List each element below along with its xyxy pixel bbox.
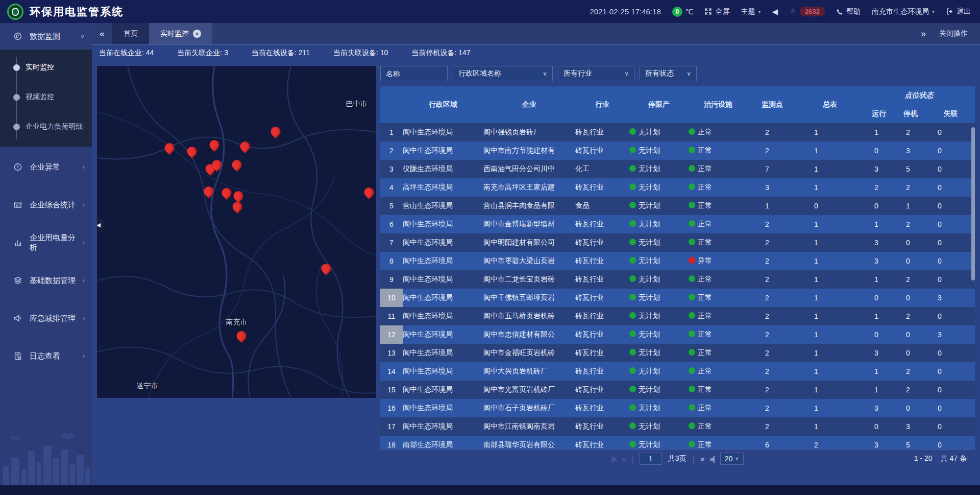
sidebar-item-log-view[interactable]: 日志查看 ‹ xyxy=(0,343,92,369)
col-industry: 行业 xyxy=(575,86,629,123)
stop-production-cell: 无计划 xyxy=(629,197,689,215)
map[interactable]: ◀ 巴中市南充市遂宁市 xyxy=(97,66,376,398)
running-cell: 3 xyxy=(863,252,895,270)
treatment-status-cell: 正常 xyxy=(689,160,748,178)
company-cell: 阆中大兴页岩机砖厂 xyxy=(483,362,575,381)
sidebar-item-data-monitor[interactable]: 数据监测 ∨ xyxy=(0,23,92,50)
page-size-select[interactable]: 20∨ xyxy=(720,453,744,465)
table-row[interactable]: 13阆中生态环境局阆中市金福旺页岩机砖砖瓦行业无计划正常21300 xyxy=(380,344,975,362)
table-row[interactable]: 3仪陇生态环境局西南油气田分公司川中化工无计划正常71350 xyxy=(380,160,975,178)
map-pin-icon[interactable] xyxy=(212,159,222,169)
enterprise-panel: 行政区域名称∨ 所有行业∨ 所有状态∨ xyxy=(380,66,975,485)
tab-home[interactable]: 首页 xyxy=(112,23,149,44)
table-row[interactable]: 14阆中生态环境局阆中大兴页岩机砖厂砖瓦行业无计划正常21120 xyxy=(380,362,975,381)
first-page-button[interactable]: |« xyxy=(611,454,616,463)
stop-production-cell: 无计划 xyxy=(629,436,689,449)
sound-button[interactable]: ◀ xyxy=(772,7,778,16)
table-row[interactable]: 12阆中生态环境局阆中市忠信建材有限公砖瓦行业无计划正常21003 xyxy=(380,325,975,344)
map-pin-icon[interactable] xyxy=(240,142,250,151)
map-pin-icon[interactable] xyxy=(209,139,219,149)
status-dot-icon xyxy=(629,441,636,447)
map-city-label: 南充市 xyxy=(226,318,248,327)
tab-realtime-monitor[interactable]: 实时监控 ✕ xyxy=(149,23,212,44)
lost-cell: 0 xyxy=(926,270,975,289)
industry-cell: 砖瓦行业 xyxy=(575,178,629,197)
status-dot-icon xyxy=(629,312,636,319)
sidebar-item-enterprise-stats[interactable]: 企业综合统计 ‹ xyxy=(0,192,92,218)
sidebar-item-enterprise-abnormal[interactable]: 企业异常 ‹ xyxy=(0,154,92,180)
close-tab-icon[interactable]: ✕ xyxy=(193,30,201,38)
table-row[interactable]: 9阆中生态环境局阆中市二龙长宝页岩砖砖瓦行业无计划正常21120 xyxy=(380,270,975,289)
lost-cell: 0 xyxy=(926,142,975,160)
table-row[interactable]: 10阆中生态环境局阆中千佛镇五郎垭页岩砖瓦行业无计划正常21003 xyxy=(380,289,975,307)
company-cell: 阆中明阳建材有限公司 xyxy=(483,233,575,252)
table-row[interactable]: 11阆中生态环境局阆中市五马桥页岩机砖砖瓦行业无计划正常21120 xyxy=(380,307,975,325)
sidebar-item-emergency-reduction[interactable]: 应急减排管理 ‹ xyxy=(0,305,92,332)
table-row[interactable]: 5营山生态环境局营山县润丰肉食品有限食品无计划正常10010 xyxy=(380,197,975,215)
map-pin-icon[interactable] xyxy=(236,331,246,341)
sidebar-item-realtime-monitor[interactable]: 实时监控 xyxy=(0,53,92,82)
sidebar-item-power-analysis[interactable]: 企业用电量分析 ‹ xyxy=(0,229,92,256)
region-cell: 阆中生态环境局 xyxy=(403,289,483,307)
row-index-cell: 4 xyxy=(380,178,403,197)
industry-cell: 砖瓦行业 xyxy=(575,233,629,252)
table-row[interactable]: 18南部生态环境局南部县瑞华页岩有限公砖瓦行业无计划正常62350 xyxy=(380,436,975,449)
table-row[interactable]: 1阆中生态环境局阆中强锐页岩砖厂砖瓦行业无计划正常21120 xyxy=(380,123,975,142)
map-pin-icon[interactable] xyxy=(204,186,213,196)
org-dropdown[interactable]: 南充市生态环境局▾ xyxy=(872,7,935,16)
fullscreen-button[interactable]: 全屏 xyxy=(704,7,729,16)
region-filter-select[interactable]: 行政区域名称∨ xyxy=(453,66,553,81)
sidebar-item-base-data[interactable]: 基础数据管理 ‹ xyxy=(0,267,92,294)
map-pin-icon[interactable] xyxy=(187,146,197,156)
table-row[interactable]: 4高坪生态环境局南充市高坪区王家店建砖瓦行业无计划正常31220 xyxy=(380,178,975,197)
close-operations-button[interactable]: 关闭操作 xyxy=(939,29,968,38)
table-row[interactable]: 8阆中生态环境局阆中市枣碧大梁山页岩砖瓦行业无计划异常21300 xyxy=(380,252,975,270)
table-row[interactable]: 16阆中生态环境局阆中市石子页岩机砖厂砖瓦行业无计划正常21300 xyxy=(380,399,975,417)
map-pin-icon[interactable] xyxy=(222,188,232,198)
map-pin-icon[interactable] xyxy=(364,187,374,197)
fullscreen-icon xyxy=(704,8,712,15)
table-row[interactable]: 17阆中生态环境局阆中市江南镇阆南页岩砖瓦行业无计划正常21030 xyxy=(380,417,975,436)
map-pin-icon[interactable] xyxy=(321,264,331,273)
map-roads-layer xyxy=(97,66,376,398)
industry-filter-select[interactable]: 所有行业∨ xyxy=(558,66,634,81)
sidebar-item-power-load-detail[interactable]: 企业电力负荷明细 xyxy=(0,112,92,142)
total-meters-cell: 1 xyxy=(797,362,863,381)
treatment-status-cell: 正常 xyxy=(689,215,748,233)
table-row[interactable]: 6阆中生态环境局阆中市金博瑞新型墙材砖瓦行业无计划正常21120 xyxy=(380,215,975,233)
help-button[interactable]: 帮助 xyxy=(836,7,861,16)
table-row[interactable]: 2阆中生态环境局阆中市南方节能建材有砖瓦行业无计划正常21030 xyxy=(380,142,975,160)
logout-button[interactable]: 退出 xyxy=(946,7,971,16)
prev-page-button[interactable]: « xyxy=(622,454,625,463)
name-filter-field[interactable] xyxy=(380,66,448,81)
next-page-button[interactable]: » xyxy=(700,454,703,463)
status-dot-icon xyxy=(689,349,695,356)
sidebar-item-video-monitor[interactable]: 视频监控 xyxy=(0,82,92,112)
name-filter-input[interactable] xyxy=(386,69,442,78)
tabs-scroll-right-button[interactable]: » xyxy=(921,29,926,39)
map-pin-icon[interactable] xyxy=(271,126,281,136)
bullet-icon xyxy=(13,64,20,71)
table-row[interactable]: 7阆中生态环境局阆中明阳建材有限公司砖瓦行业无计划正常21300 xyxy=(380,233,975,252)
alerts-indicator[interactable]: 2632 xyxy=(789,7,825,16)
chevron-down-icon: ∨ xyxy=(687,70,691,77)
map-pin-icon[interactable] xyxy=(233,202,242,211)
map-pin-icon[interactable] xyxy=(232,159,241,169)
table-scrollbar[interactable] xyxy=(971,127,975,280)
table-row[interactable]: 15阆中生态环境局阆中市光富页岩机砖厂砖瓦行业无计划正常21120 xyxy=(380,381,975,399)
lost-cell: 3 xyxy=(926,325,975,344)
tabs-scroll-left-button[interactable]: « xyxy=(92,23,112,44)
running-cell: 1 xyxy=(863,381,895,399)
lost-cell: 3 xyxy=(926,289,975,307)
map-pin-icon[interactable] xyxy=(165,143,175,153)
page-number-input[interactable]: 1 xyxy=(640,453,662,465)
status-filter-select[interactable]: 所有状态∨ xyxy=(640,66,697,81)
stop-production-cell: 无计划 xyxy=(629,252,689,270)
total-meters-cell: 1 xyxy=(797,381,863,399)
map-pin-icon[interactable] xyxy=(233,191,243,201)
bell-icon xyxy=(789,8,797,15)
last-page-button[interactable]: »| xyxy=(709,454,714,463)
total-meters-cell: 0 xyxy=(797,197,863,215)
col-index xyxy=(380,86,403,123)
theme-dropdown[interactable]: 主题▾ xyxy=(741,7,761,16)
